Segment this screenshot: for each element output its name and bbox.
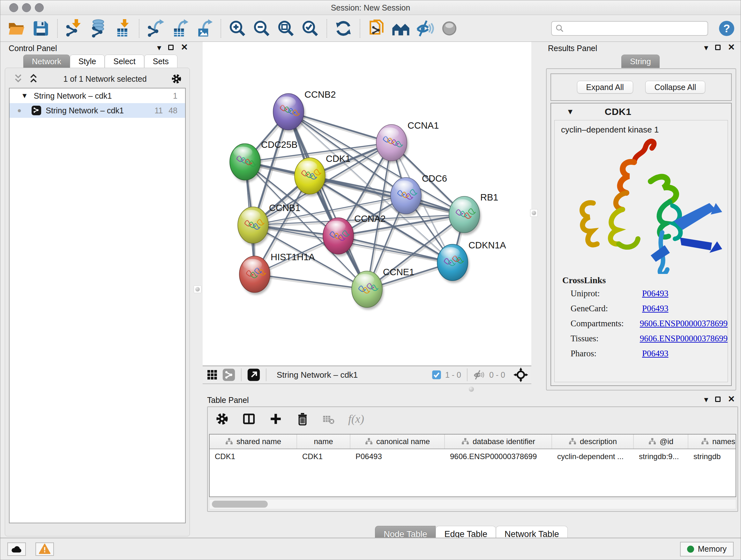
crosslink-value[interactable]: 9606.ENSP00000378699: [640, 319, 728, 328]
table-settings-button[interactable]: [215, 412, 229, 426]
panel-float-icon[interactable]: [715, 396, 721, 402]
panel-float-icon[interactable]: [168, 45, 174, 50]
column-header-description[interactable]: description: [552, 435, 634, 449]
hidden-count: 0 - 0: [489, 370, 505, 380]
hierarchy-icon: [701, 437, 709, 446]
table-cell[interactable]: 9606.ENSP00000378699: [445, 449, 552, 464]
table-cell[interactable]: P06493: [350, 449, 445, 464]
panel-float-icon[interactable]: [715, 45, 721, 50]
tab-select[interactable]: Select: [105, 55, 144, 68]
panel-close-icon[interactable]: ✕: [728, 395, 735, 403]
hierarchy-icon: [225, 437, 233, 446]
bottom-splitter-handle[interactable]: [469, 387, 474, 392]
network-node-RB1[interactable]: RB1: [449, 192, 498, 235]
network-node-CCNA1[interactable]: CCNA1: [376, 120, 439, 163]
export-image-button[interactable]: [194, 18, 215, 39]
panel-menu-icon[interactable]: ▾: [704, 395, 708, 403]
zoom-out-button[interactable]: [251, 18, 272, 39]
results-panel: Results Panel ▾ ✕ String Expand All Coll…: [543, 42, 738, 392]
crosslink-label: GeneCard:: [562, 304, 642, 314]
expand-all-button[interactable]: Expand All: [577, 81, 633, 94]
panel-close-icon[interactable]: ✕: [728, 43, 735, 52]
collapse-all-button[interactable]: Collapse All: [645, 81, 705, 94]
cloud-status-button[interactable]: [7, 543, 26, 556]
memory-status-dot-icon: [687, 546, 694, 553]
network-node-CCNE1[interactable]: CCNE1: [352, 267, 414, 310]
hide-selected-button[interactable]: [414, 18, 435, 39]
selected-checkbox[interactable]: [432, 370, 441, 380]
grid-view-button[interactable]: [206, 368, 219, 381]
open-file-button[interactable]: [6, 18, 27, 39]
zoom-fit-button[interactable]: [275, 18, 296, 39]
delete-column-button[interactable]: [296, 412, 309, 426]
column-header-name[interactable]: name: [297, 435, 350, 449]
column-header-canonical-name[interactable]: canonical name: [350, 435, 445, 449]
node-details-header[interactable]: ▼ CDK1: [551, 104, 731, 120]
column-label: description: [580, 437, 617, 446]
help-button[interactable]: ?: [718, 20, 735, 37]
import-network-button[interactable]: [64, 18, 84, 39]
table-horizontal-scrollbar[interactable]: [209, 499, 736, 509]
table-cell[interactable]: stringdb:9...: [634, 449, 688, 464]
crosslink-value[interactable]: P06493: [642, 349, 669, 359]
table-row[interactable]: CDK1CDK1P064939606.ENSP00000378699cyclin…: [210, 449, 736, 464]
crosslink-value[interactable]: P06493: [642, 304, 669, 314]
zoom-selected-button[interactable]: [300, 18, 321, 39]
import-table-button[interactable]: [112, 18, 133, 39]
show-all-button[interactable]: [439, 18, 460, 39]
column-header-namespace[interactable]: namespace: [688, 435, 736, 449]
table-cell[interactable]: CDK1: [297, 449, 350, 464]
crosslink-label: Uniprot:: [562, 289, 642, 299]
tab-sets[interactable]: Sets: [144, 55, 178, 68]
string-network-button[interactable]: [222, 368, 235, 381]
search-box: [551, 21, 708, 36]
collapse-caret-icon[interactable]: ▼: [566, 107, 574, 116]
network-options-gear-icon[interactable]: [171, 73, 182, 84]
create-column-button[interactable]: [269, 412, 282, 426]
zoom-in-button[interactable]: [227, 18, 248, 39]
network-tree-row[interactable]: ●String Network – cdk11148: [10, 103, 185, 118]
network-node-HIST1H1A[interactable]: HIST1H1A: [239, 252, 315, 295]
tab-string[interactable]: String: [621, 55, 659, 68]
panel-close-icon[interactable]: ✕: [181, 43, 188, 52]
search-input[interactable]: [567, 23, 704, 33]
collapse-all-icon[interactable]: [13, 73, 23, 84]
tree-expand-caret-icon[interactable]: ▼: [21, 91, 28, 100]
memory-button[interactable]: Memory: [680, 542, 734, 557]
network-tree-row[interactable]: ▼String Network – cdk11: [10, 88, 185, 103]
first-neighbors-button[interactable]: [390, 18, 411, 39]
panel-menu-icon[interactable]: ▾: [704, 44, 708, 52]
export-network-button[interactable]: [145, 18, 166, 39]
network-node-CCNB2[interactable]: CCNB2: [273, 89, 336, 132]
network-edge[interactable]: [288, 112, 367, 289]
column-header--id[interactable]: @id: [634, 435, 688, 449]
column-header-shared-name[interactable]: shared name: [210, 435, 297, 449]
show-columns-button[interactable]: [242, 412, 256, 426]
open-in-window-button[interactable]: [247, 368, 260, 381]
table-cell[interactable]: CDK1: [210, 449, 297, 464]
tab-network[interactable]: Network: [23, 55, 70, 68]
table-panel: Table Panel ▾ ✕ f(x) shared namenamecano…: [205, 394, 738, 538]
refresh-view-button[interactable]: [333, 18, 354, 39]
table-panel-header: Table Panel ▾ ✕: [205, 394, 738, 407]
table-cell[interactable]: cyclin-dependent ...: [552, 449, 634, 464]
scrollbar-thumb[interactable]: [212, 501, 268, 508]
network-canvas[interactable]: CCNB2 CCNA1 CDC25B CDK1 CDC6: [203, 42, 531, 366]
export-table-button[interactable]: [170, 18, 191, 39]
panel-menu-icon[interactable]: ▾: [157, 44, 161, 52]
import-database-button[interactable]: [88, 18, 109, 39]
table-cell[interactable]: stringdb: [688, 449, 736, 464]
crosslink-value[interactable]: P06493: [642, 289, 669, 299]
crosslink-value[interactable]: 9606.ENSP00000378699: [640, 334, 728, 344]
expand-all-icon[interactable]: [28, 73, 39, 84]
save-session-button[interactable]: [30, 18, 51, 39]
left-splitter-handle[interactable]: [194, 286, 201, 293]
right-splitter-handle[interactable]: [530, 209, 538, 217]
network-label: String Network – cdk1: [46, 106, 149, 115]
warnings-button[interactable]: [36, 543, 54, 556]
new-network-from-file-button[interactable]: [366, 18, 387, 39]
tab-style[interactable]: Style: [70, 55, 105, 68]
network-node-CDKN1A[interactable]: CDKN1A: [437, 240, 506, 283]
birdseye-view-button[interactable]: [514, 368, 528, 382]
column-header-database-identifier[interactable]: database identifier: [445, 435, 552, 449]
